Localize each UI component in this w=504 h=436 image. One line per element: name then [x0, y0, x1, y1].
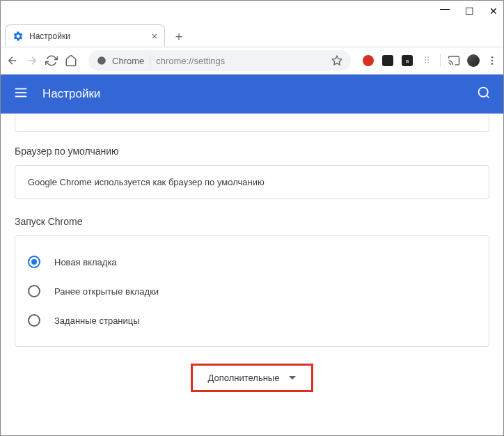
reload-button[interactable]	[45, 54, 58, 67]
browser-toolbar: Chrome chrome://settings a ⠿	[1, 47, 503, 75]
section-default-browser-title: Браузер по умолчанию	[15, 146, 489, 157]
menu-icon[interactable]	[13, 85, 29, 103]
extension-dark-icon[interactable]	[381, 54, 394, 67]
startup-option-continue[interactable]: Ранее открытые вкладки	[28, 277, 476, 306]
chrome-menu-button[interactable]	[487, 55, 498, 66]
new-tab-button[interactable]: +	[169, 27, 189, 47]
startup-card: Новая вкладка Ранее открытые вкладки Зад…	[15, 235, 489, 347]
svg-point-0	[97, 56, 106, 65]
url-separator	[150, 55, 150, 66]
forward-button[interactable]	[26, 54, 38, 67]
settings-content: Браузер по умолчанию Google Chrome испол…	[1, 114, 503, 436]
extension-paw-icon[interactable]: ⠿	[420, 54, 433, 67]
home-button[interactable]	[65, 54, 77, 67]
address-bar[interactable]: Chrome chrome://settings	[88, 50, 351, 71]
startup-option-new-tab[interactable]: Новая вкладка	[28, 247, 476, 277]
svg-line-10	[487, 95, 489, 98]
startup-option-specific[interactable]: Заданные страницы	[28, 306, 476, 335]
radio-icon	[28, 256, 40, 268]
window-minimize-button[interactable]: —	[440, 3, 450, 14]
tab-title: Настройки	[29, 31, 146, 41]
bookmark-star-icon[interactable]	[331, 55, 342, 66]
default-browser-card: Google Chrome используется как браузер п…	[15, 165, 489, 199]
svg-point-4	[491, 60, 494, 62]
radio-icon	[28, 314, 40, 327]
extension-icons: a ⠿	[362, 54, 498, 67]
profile-avatar[interactable]	[467, 54, 480, 67]
radio-label: Заданные страницы	[54, 316, 140, 326]
cast-icon[interactable]	[448, 54, 460, 67]
svg-point-5	[491, 63, 494, 65]
radio-label: Новая вкладка	[54, 257, 117, 267]
chrome-icon	[97, 56, 107, 65]
svg-point-9	[479, 88, 488, 97]
advanced-toggle-button[interactable]: Дополнительные	[191, 364, 314, 392]
extension-adblock-icon[interactable]	[362, 54, 375, 67]
settings-app-bar: Настройки	[1, 75, 503, 114]
tab-close-icon[interactable]: ×	[152, 31, 157, 42]
window-close-button[interactable]: ✕	[489, 6, 498, 17]
advanced-label: Дополнительные	[208, 373, 280, 383]
radio-label: Ранее открытые вкладки	[54, 286, 159, 297]
tab-strip: Настройки × +	[1, 22, 503, 47]
section-startup-title: Запуск Chrome	[15, 216, 489, 227]
chevron-down-icon	[289, 376, 296, 380]
window-maximize-button[interactable]: ☐	[465, 6, 474, 17]
advanced-section: Дополнительные	[15, 364, 489, 392]
page-title: Настройки	[42, 87, 463, 101]
window-controls: — ☐ ✕	[1, 1, 503, 22]
toolbar-divider	[440, 54, 441, 67]
url-path: chrome://settings	[156, 56, 326, 66]
url-host: Chrome	[112, 56, 144, 66]
browser-tab[interactable]: Настройки ×	[5, 24, 165, 47]
back-button[interactable]	[6, 54, 19, 67]
extension-badge-icon[interactable]: a	[401, 54, 414, 67]
svg-marker-1	[332, 56, 341, 65]
radio-icon	[28, 285, 40, 297]
search-icon[interactable]	[477, 86, 491, 102]
default-browser-text: Google Chrome используется как браузер п…	[28, 177, 476, 187]
previous-card-edge	[15, 114, 489, 132]
svg-point-3	[491, 56, 494, 59]
gear-icon	[13, 31, 24, 42]
